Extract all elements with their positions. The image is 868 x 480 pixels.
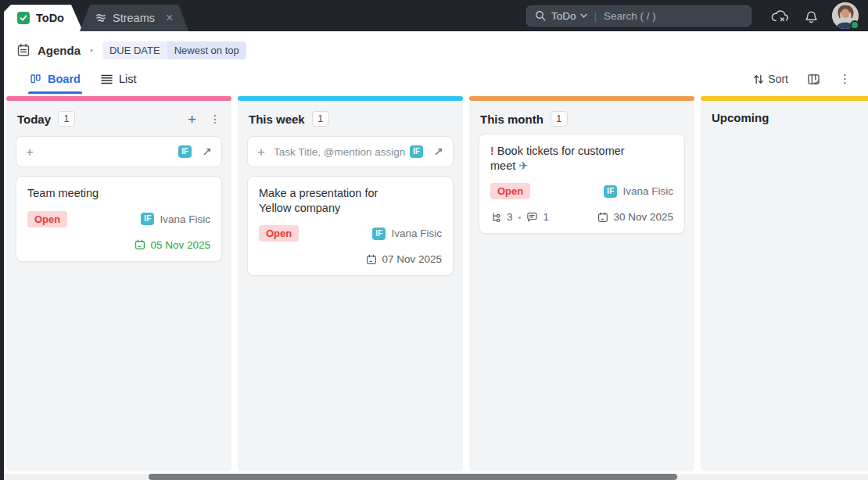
assignee[interactable]: IF Ivana Fisic bbox=[604, 185, 673, 198]
task-title: !Book tickets for customer meet ✈ bbox=[490, 144, 640, 173]
status-online-dot bbox=[850, 20, 859, 30]
tab-board-label: Board bbox=[48, 73, 81, 85]
quick-add-task[interactable]: + Task Title, @mention assign IF ↗ bbox=[247, 136, 454, 167]
column-more-icon[interactable]: ⋮ bbox=[210, 113, 221, 125]
add-task-icon[interactable]: + bbox=[188, 112, 196, 127]
cloud-offline-icon[interactable] bbox=[770, 9, 789, 23]
column-today: Today 1 + ⋮ + IF ↗ Team meeting Open IF … bbox=[6, 96, 231, 471]
calendar-icon bbox=[366, 254, 377, 265]
priority-flag: ! bbox=[490, 145, 494, 157]
due-date-text: 30 Nov 2025 bbox=[613, 211, 673, 223]
expand-arrow-icon[interactable]: ↗ bbox=[433, 145, 443, 159]
streams-icon bbox=[95, 13, 106, 23]
comments-count: 1 bbox=[543, 211, 549, 223]
todo-check-icon bbox=[17, 12, 30, 24]
column-count-badge: 1 bbox=[551, 111, 568, 127]
page-title: Agenda bbox=[38, 44, 81, 57]
window-left-edge bbox=[0, 31, 4, 480]
column-this-month: This month 1 !Book tickets for customer … bbox=[469, 96, 694, 471]
assignee-badge: IF bbox=[604, 185, 617, 198]
airplane-emoji: ✈ bbox=[518, 159, 528, 172]
sort-arrows-icon bbox=[753, 73, 764, 85]
card-meta: 3 • 1 bbox=[490, 211, 549, 223]
assignee-badge: IF bbox=[141, 213, 154, 225]
task-card[interactable]: Team meeting Open IF Ivana Fisic 05 Nov … bbox=[16, 176, 222, 262]
topbar: ToDo Streams × ToDo | Search ( / ) bbox=[0, 0, 868, 31]
tab-todo[interactable]: ToDo bbox=[4, 5, 83, 31]
task-card[interactable]: Make a presentation for Yellow company O… bbox=[247, 176, 454, 276]
assignee-name: Ivana Fisic bbox=[160, 213, 210, 225]
assignee-badge[interactable]: IF bbox=[410, 145, 423, 158]
status-badge[interactable]: Open bbox=[490, 183, 530, 199]
search-scope-selector[interactable]: ToDo bbox=[551, 10, 576, 22]
search-placeholder: Search ( / ) bbox=[604, 10, 656, 22]
calendar-icon bbox=[135, 239, 145, 250]
expand-arrow-icon[interactable]: ↗ bbox=[202, 145, 212, 159]
tab-streams[interactable]: Streams × bbox=[80, 5, 188, 31]
sort-field-chip[interactable]: DUE DATE bbox=[102, 41, 167, 59]
task-title-text: Book tickets for customer meet bbox=[490, 145, 625, 172]
horizontal-scrollbar[interactable] bbox=[0, 474, 868, 480]
bell-icon[interactable] bbox=[805, 9, 818, 23]
kanban-board: Today 1 + ⋮ + IF ↗ Team meeting Open IF … bbox=[4, 95, 868, 474]
tab-streams-label: Streams bbox=[113, 12, 155, 24]
agenda-icon bbox=[16, 43, 30, 57]
search-icon bbox=[535, 10, 546, 21]
column-this-week: This week 1 + Task Title, @mention assig… bbox=[238, 96, 463, 471]
assignee-name: Ivana Fisic bbox=[622, 185, 673, 197]
column-upcoming: Upcoming bbox=[701, 96, 868, 471]
tab-list-label: List bbox=[119, 73, 137, 85]
subtasks-count: 3 bbox=[507, 211, 513, 223]
search-divider: | bbox=[594, 10, 597, 22]
sort-label: Sort bbox=[768, 73, 788, 85]
assignee-badge: IF bbox=[372, 227, 386, 240]
sort-button[interactable]: Sort bbox=[753, 73, 788, 85]
scrollbar-thumb[interactable] bbox=[149, 474, 677, 480]
status-badge[interactable]: Open bbox=[259, 225, 299, 242]
column-count-badge: 1 bbox=[58, 111, 75, 127]
board-active-underline bbox=[28, 91, 82, 94]
due-date[interactable]: 05 Nov 2025 bbox=[135, 239, 210, 251]
quick-add-placeholder: Task Title, @mention assign bbox=[274, 146, 410, 158]
subtasks-icon bbox=[490, 211, 502, 223]
due-date[interactable]: 07 Nov 2025 bbox=[366, 253, 442, 265]
column-count-badge: 1 bbox=[312, 111, 329, 127]
page-header: Agenda • DUE DATE Newest on top Board Li… bbox=[0, 31, 868, 95]
plus-icon: + bbox=[26, 145, 34, 159]
comments-icon bbox=[526, 211, 538, 223]
task-card[interactable]: !Book tickets for customer meet ✈ Open I… bbox=[479, 134, 685, 234]
column-title: Upcoming bbox=[712, 111, 769, 124]
more-options-icon[interactable]: ⋮ bbox=[839, 72, 851, 86]
assignee[interactable]: IF Ivana Fisic bbox=[372, 227, 442, 240]
due-date-text: 05 Nov 2025 bbox=[150, 239, 210, 251]
title-separator-dot: • bbox=[90, 45, 93, 55]
calendar-icon bbox=[597, 212, 608, 223]
status-badge[interactable]: Open bbox=[27, 211, 67, 227]
avatar[interactable] bbox=[832, 2, 859, 29]
quick-add-task[interactable]: + IF ↗ bbox=[16, 136, 222, 167]
sort-order-chip[interactable]: Newest on top bbox=[167, 41, 246, 59]
column-title: Today bbox=[17, 113, 51, 126]
tab-board-view[interactable]: Board bbox=[30, 64, 81, 94]
assignee-badge[interactable]: IF bbox=[178, 145, 192, 158]
chevron-down-icon bbox=[580, 13, 587, 18]
tab-list-view[interactable]: List bbox=[101, 64, 137, 94]
column-title: This week bbox=[249, 113, 305, 126]
close-icon[interactable]: × bbox=[166, 12, 173, 24]
column-settings-icon[interactable] bbox=[807, 73, 820, 86]
column-title: This month bbox=[480, 113, 543, 126]
task-title: Make a presentation for Yellow company bbox=[259, 186, 409, 215]
meta-separator-dot: • bbox=[518, 213, 522, 222]
task-title: Team meeting bbox=[27, 186, 178, 201]
due-date-text: 07 Nov 2025 bbox=[382, 253, 442, 265]
search-input[interactable]: ToDo | Search ( / ) bbox=[526, 5, 751, 27]
assignee[interactable]: IF Ivana Fisic bbox=[141, 213, 210, 225]
assignee-name: Ivana Fisic bbox=[391, 227, 442, 239]
sort-summary-chip[interactable]: DUE DATE Newest on top bbox=[102, 41, 246, 59]
due-date[interactable]: 30 Nov 2025 bbox=[597, 211, 673, 223]
plus-icon: + bbox=[257, 145, 265, 159]
tab-todo-label: ToDo bbox=[36, 12, 64, 24]
